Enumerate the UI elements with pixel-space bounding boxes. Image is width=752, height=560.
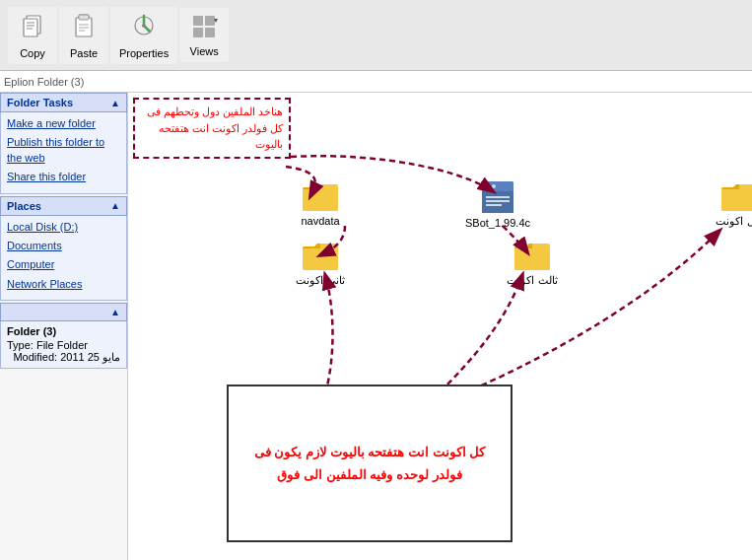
- share-folder-link[interactable]: Share this folder: [7, 170, 120, 184]
- main-layout: Folder Tasks ▲ Make a new folder Publish…: [0, 93, 752, 560]
- places-header[interactable]: Places ▲: [0, 196, 127, 216]
- info-type: Type: File Folder: [7, 339, 120, 351]
- file-sbot-label: SBot_1.99.4c: [465, 217, 530, 229]
- file-sbot-icon: [478, 179, 517, 215]
- file-sbot[interactable]: SBot_1.99.4c: [453, 179, 542, 229]
- folder-tasks-content: Make a new folder Publish this folder to…: [0, 112, 127, 194]
- folder-awal[interactable]: اول اكونت: [700, 181, 752, 228]
- local-disk-link[interactable]: Local Disk (D:): [7, 220, 120, 235]
- folder-thalith[interactable]: ثالث اكونت: [493, 241, 572, 287]
- info-section-wrapper: ▲ Folder (3) Type: File Folder مايو 25 2…: [0, 303, 127, 369]
- left-panel: Folder Tasks ▲ Make a new folder Publish…: [0, 93, 128, 560]
- properties-icon: [130, 12, 158, 45]
- svg-point-24: [486, 184, 490, 188]
- info-section-header[interactable]: ▲: [0, 303, 127, 321]
- svg-rect-7: [79, 15, 89, 20]
- folder-navdata-icon: [301, 181, 340, 213]
- folder-navdata-label: navdata: [301, 215, 339, 227]
- places-content: Local Disk (D:) Documents Computer Netwo…: [0, 216, 127, 302]
- svg-point-25: [492, 184, 496, 188]
- places-section: Places ▲ Local Disk (D:) Documents Compu…: [0, 196, 127, 302]
- info-modified: مايو 25 2011 :Modified: [7, 351, 120, 364]
- folder-thani-label: ثاني اكونت: [296, 274, 344, 287]
- folder-tasks-arrow: ▲: [110, 98, 120, 108]
- folder-tasks-label: Folder Tasks: [7, 97, 73, 108]
- publish-folder-link[interactable]: Publish this folder to the web: [7, 135, 120, 166]
- svg-point-12: [142, 24, 146, 28]
- folder-thalith-label: ثالث اكونت: [507, 274, 557, 287]
- copy-button[interactable]: Copy: [8, 7, 57, 64]
- views-label: Views: [190, 45, 219, 57]
- properties-label: Properties: [119, 47, 169, 59]
- documents-link[interactable]: Documents: [7, 239, 120, 253]
- folder-thalith-icon: [513, 241, 552, 272]
- svg-rect-1: [24, 19, 37, 36]
- info-title: Folder (3): [7, 325, 120, 337]
- properties-button[interactable]: Properties: [110, 7, 177, 64]
- folder-awal-label: اول اكونت: [716, 215, 752, 228]
- svg-rect-16: [205, 28, 215, 37]
- paste-button[interactable]: Paste: [59, 7, 108, 64]
- new-folder-link[interactable]: Make a new folder: [7, 116, 120, 131]
- views-button[interactable]: Views: [179, 8, 229, 62]
- paste-label: Paste: [70, 47, 98, 59]
- folder-tasks-header[interactable]: Folder Tasks ▲: [0, 93, 127, 112]
- annotation-box: هناخد الملفين دول وتحطهم فى كل فولدر اكو…: [133, 98, 291, 159]
- folder-awal-icon: [719, 181, 752, 213]
- svg-rect-13: [193, 16, 203, 26]
- annotation-text: هناخد الملفين دول وتحطهم فى كل فولدر اكو…: [147, 105, 283, 150]
- svg-rect-15: [193, 28, 203, 37]
- instruction-text: كل اكونت انت هتفتحه باليوت لازم يكون فى …: [239, 441, 501, 487]
- instruction-box: كل اكونت انت هتفتحه باليوت لازم يكون فى …: [227, 385, 513, 542]
- toolbar: Copy Paste Properties: [0, 0, 752, 71]
- folder-thani-icon: [301, 241, 340, 272]
- svg-rect-14: [205, 16, 215, 26]
- folder-tasks-section: Folder Tasks ▲ Make a new folder Publish…: [0, 93, 127, 194]
- places-arrow: ▲: [110, 200, 120, 211]
- content-area: هناخد الملفين دول وتحطهم فى كل فولدر اكو…: [128, 93, 752, 560]
- views-icon: [190, 13, 218, 43]
- copy-label: Copy: [20, 47, 45, 59]
- folder-thani[interactable]: ثاني اكونت: [281, 241, 360, 287]
- info-section-content: Folder (3) Type: File Folder مايو 25 201…: [0, 321, 127, 369]
- info-section-arrow: ▲: [110, 307, 120, 317]
- svg-rect-20: [482, 191, 513, 213]
- addressbar-label: Eplion Folder (3): [4, 76, 84, 88]
- computer-link[interactable]: Computer: [7, 257, 120, 272]
- copy-icon: [19, 12, 46, 45]
- network-places-link[interactable]: Network Places: [7, 277, 120, 292]
- folder-navdata[interactable]: navdata: [281, 181, 360, 227]
- addressbar: Eplion Folder (3): [0, 71, 752, 93]
- places-label: Places: [7, 200, 41, 212]
- paste-icon: [70, 12, 98, 45]
